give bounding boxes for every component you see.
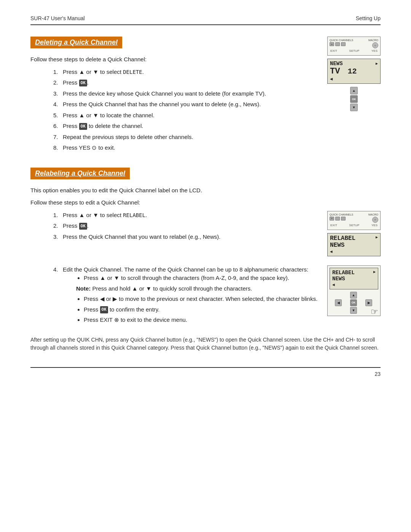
up-arrow-icon: ▲ [79, 112, 85, 118]
section-relabel-intro1: This option enables you to edit the Quic… [30, 186, 381, 195]
circle-macro-btn: ○ [372, 42, 378, 48]
footer-paragraph: After setting up the QUIK CHN, press any… [30, 336, 381, 352]
down-arrow-icon: ▼ [93, 212, 99, 218]
ok-badge: OK [79, 80, 87, 87]
section-relabel-steps-123: 1. Press ▲ or ▼ to select RELABEL. 2. Pr… [30, 211, 381, 258]
header-left: SUR-47 User's Manual [30, 15, 85, 21]
up-arrow-icon: ▲ [79, 69, 85, 75]
up-arrow-icon: ▲ [79, 212, 85, 218]
down-arrow-icon: ▼ [114, 275, 119, 281]
relabel-diagram-1: QUICK CHANNELS MACRO × ○ EXIT SETUP YES [327, 211, 381, 258]
section-delete: Deleting a Quick Channel Follow these st… [30, 37, 381, 156]
list-item: 1. Press ▲ or ▼ to select DELETE. [53, 68, 320, 77]
list-item: 8. Press YES ⊙ to exit. [53, 144, 320, 152]
relabel-remote-diagram: RELABEL ▶ NEWS ◀ ▲ [327, 265, 381, 316]
down-arrow-icon: ▼ [93, 112, 99, 118]
list-item: 6. Press OK to delete the channel. [53, 122, 320, 131]
nav-right-wide[interactable]: ▶ [365, 299, 372, 306]
remote-x-btn: × [330, 42, 334, 46]
exit-icon: ⊗ [114, 316, 119, 323]
remote-top-diagram-2: QUICK CHANNELS MACRO × ○ EXIT SETUP YES [327, 211, 381, 230]
down-arrow-icon: ▼ [146, 285, 151, 292]
section-relabel-heading: Relabeling a Quick Channel [30, 168, 130, 179]
remote-x-btn2: × [330, 217, 334, 220]
ok-badge: OK [79, 123, 87, 130]
nav-ok-btn[interactable]: OK [350, 95, 358, 103]
list-item: Press EXIT ⊗ to exit to the device menu. [84, 316, 320, 324]
circle-yes-icon: ⊙ [92, 144, 97, 151]
list-item: 4. Press the Quick Channel that has the … [53, 100, 320, 109]
list-item: 5. Press ▲ or ▼ to locate the channel. [53, 111, 320, 120]
header-right: Setting Up [356, 15, 381, 21]
circle-macro-btn2: ○ [372, 217, 378, 223]
nav-left-wide[interactable]: ◀ [335, 299, 342, 306]
lcd-12-label: 12 [347, 67, 357, 76]
list-item: 3. Press the device key whose Quick Chan… [53, 89, 320, 98]
section-delete-list: 1. Press ▲ or ▼ to select DELETE. 2. Pre… [53, 68, 320, 152]
section-delete-heading: Deleting a Quick Channel [30, 37, 122, 48]
nav-up-wide[interactable]: ▲ [350, 292, 357, 299]
list-item: 2. Press OK. [53, 222, 320, 230]
list-item: 3. Press the Quick Channel that you want… [53, 233, 320, 241]
list-item: 1. Press ▲ or ▼ to select RELABEL. [53, 211, 320, 220]
nav-ok-wide[interactable]: OK [350, 299, 357, 306]
relabel-diagram-2: RELABEL ▶ NEWS ◀ ▲ [327, 265, 381, 328]
page-header: SUR-47 User's Manual Setting Up [30, 15, 381, 25]
relabel-list-123: 1. Press ▲ or ▼ to select RELABEL. 2. Pr… [53, 211, 320, 241]
nav-arrows-grid: ▲ OK ▼ [342, 87, 366, 111]
section-relabel: Relabeling a Quick Channel This option e… [30, 168, 381, 352]
page-footer: 23 [30, 367, 381, 377]
lcd-screen-1: NEWS ▶ TV 12 ◀ [327, 59, 381, 84]
lcd-relabel-2: RELABEL ▶ NEWS ◀ [330, 268, 378, 289]
nav-down-btn[interactable]: ▼ [350, 104, 358, 111]
list-item: 2. Press OK. [53, 78, 320, 87]
list-item: Press ◀ or ▶ to move to the previous or … [84, 295, 320, 304]
left-arrow-icon: ◀ [100, 296, 105, 302]
section-relabel-step4: 4. Edit the Quick Channel. The name of t… [30, 265, 381, 328]
nav-up-btn[interactable]: ▲ [350, 87, 358, 94]
list-item: 7. Repeat the previous steps to delete o… [53, 133, 320, 142]
lcd-news-label: NEWS [330, 61, 343, 67]
relabel-steps-content: 1. Press ▲ or ▼ to select RELABEL. 2. Pr… [30, 211, 320, 258]
ok-badge: OK [100, 306, 108, 313]
down-arrow-icon: ▼ [93, 69, 99, 75]
section-delete-intro: Follow these steps to delete a Quick Cha… [30, 55, 320, 64]
hand-icon: ☞ [371, 307, 378, 317]
list-item: Press ▲ or ▼ to scroll through the chara… [84, 274, 320, 283]
relabel-list-4: 4. Edit the Quick Channel. The name of t… [53, 265, 320, 324]
section-relabel-intro2: Follow these steps to edit a Quick Chann… [30, 198, 381, 207]
lcd-tv-label: TV [330, 67, 340, 76]
page-number: 23 [374, 371, 381, 377]
up-arrow-icon: ▲ [100, 275, 106, 281]
page-container: SUR-47 User's Manual Setting Up Deleting… [0, 0, 411, 532]
ok-badge: OK [79, 223, 87, 230]
relabel-step4-content: 4. Edit the Quick Channel. The name of t… [30, 265, 320, 328]
section-delete-content: Deleting a Quick Channel Follow these st… [30, 37, 320, 156]
right-arrow-icon: ▶ [113, 296, 117, 302]
wide-nav-grid: ▲ ◀ OK ▶ ▼ [335, 292, 373, 314]
list-item: Press OK to confirm the entry. [84, 305, 320, 314]
up-arrow-icon: ▲ [132, 285, 138, 292]
nav-down-wide[interactable]: ▼ [350, 307, 357, 314]
relabel-bullets: Press ▲ or ▼ to scroll through the chara… [84, 274, 320, 324]
lcd-relabel-1: RELABEL ▶ NEWS ◀ [327, 233, 381, 256]
remote-top-diagram: QUICK CHANNELS MACRO × ○ EXIT SETUP YES [327, 37, 381, 56]
section-delete-diagram: QUICK CHANNELS MACRO × ○ EXIT SETUP YES [327, 37, 381, 156]
list-item: Note: Press and hold ▲ or ▼ to quickly s… [76, 284, 320, 293]
list-item: 4. Edit the Quick Channel. The name of t… [53, 265, 320, 324]
